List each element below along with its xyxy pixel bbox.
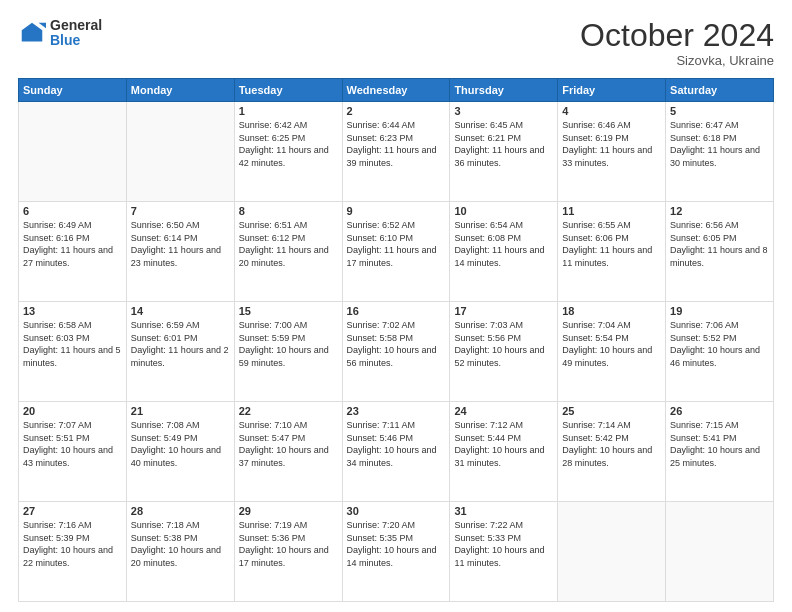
table-row: 21Sunrise: 7:08 AMSunset: 5:49 PMDayligh… — [126, 402, 234, 502]
day-number: 29 — [239, 505, 338, 517]
logo-blue: Blue — [50, 33, 102, 48]
day-info: Sunrise: 6:44 AMSunset: 6:23 PMDaylight:… — [347, 119, 446, 169]
table-row: 8Sunrise: 6:51 AMSunset: 6:12 PMDaylight… — [234, 202, 342, 302]
table-row: 9Sunrise: 6:52 AMSunset: 6:10 PMDaylight… — [342, 202, 450, 302]
day-number: 22 — [239, 405, 338, 417]
day-info: Sunrise: 6:49 AMSunset: 6:16 PMDaylight:… — [23, 219, 122, 269]
table-row — [558, 502, 666, 602]
day-number: 24 — [454, 405, 553, 417]
table-row: 14Sunrise: 6:59 AMSunset: 6:01 PMDayligh… — [126, 302, 234, 402]
day-number: 27 — [23, 505, 122, 517]
day-info: Sunrise: 7:11 AMSunset: 5:46 PMDaylight:… — [347, 419, 446, 469]
table-row: 18Sunrise: 7:04 AMSunset: 5:54 PMDayligh… — [558, 302, 666, 402]
table-row — [666, 502, 774, 602]
col-monday: Monday — [126, 79, 234, 102]
day-number: 9 — [347, 205, 446, 217]
day-number: 6 — [23, 205, 122, 217]
table-row: 12Sunrise: 6:56 AMSunset: 6:05 PMDayligh… — [666, 202, 774, 302]
day-number: 5 — [670, 105, 769, 117]
day-number: 15 — [239, 305, 338, 317]
day-info: Sunrise: 6:56 AMSunset: 6:05 PMDaylight:… — [670, 219, 769, 269]
header-row: Sunday Monday Tuesday Wednesday Thursday… — [19, 79, 774, 102]
table-row: 17Sunrise: 7:03 AMSunset: 5:56 PMDayligh… — [450, 302, 558, 402]
table-row: 10Sunrise: 6:54 AMSunset: 6:08 PMDayligh… — [450, 202, 558, 302]
col-wednesday: Wednesday — [342, 79, 450, 102]
day-info: Sunrise: 6:46 AMSunset: 6:19 PMDaylight:… — [562, 119, 661, 169]
day-number: 30 — [347, 505, 446, 517]
col-friday: Friday — [558, 79, 666, 102]
day-number: 21 — [131, 405, 230, 417]
table-row: 6Sunrise: 6:49 AMSunset: 6:16 PMDaylight… — [19, 202, 127, 302]
table-row: 5Sunrise: 6:47 AMSunset: 6:18 PMDaylight… — [666, 102, 774, 202]
day-info: Sunrise: 7:19 AMSunset: 5:36 PMDaylight:… — [239, 519, 338, 569]
table-row: 30Sunrise: 7:20 AMSunset: 5:35 PMDayligh… — [342, 502, 450, 602]
logo-text: General Blue — [50, 18, 102, 49]
day-number: 10 — [454, 205, 553, 217]
col-saturday: Saturday — [666, 79, 774, 102]
table-row: 19Sunrise: 7:06 AMSunset: 5:52 PMDayligh… — [666, 302, 774, 402]
col-thursday: Thursday — [450, 79, 558, 102]
day-info: Sunrise: 7:14 AMSunset: 5:42 PMDaylight:… — [562, 419, 661, 469]
location-subtitle: Sizovka, Ukraine — [580, 53, 774, 68]
day-info: Sunrise: 7:20 AMSunset: 5:35 PMDaylight:… — [347, 519, 446, 569]
day-info: Sunrise: 7:16 AMSunset: 5:39 PMDaylight:… — [23, 519, 122, 569]
table-row: 29Sunrise: 7:19 AMSunset: 5:36 PMDayligh… — [234, 502, 342, 602]
day-info: Sunrise: 7:22 AMSunset: 5:33 PMDaylight:… — [454, 519, 553, 569]
day-info: Sunrise: 6:42 AMSunset: 6:25 PMDaylight:… — [239, 119, 338, 169]
table-row: 27Sunrise: 7:16 AMSunset: 5:39 PMDayligh… — [19, 502, 127, 602]
day-info: Sunrise: 7:02 AMSunset: 5:58 PMDaylight:… — [347, 319, 446, 369]
table-row — [126, 102, 234, 202]
day-info: Sunrise: 6:59 AMSunset: 6:01 PMDaylight:… — [131, 319, 230, 369]
day-info: Sunrise: 7:18 AMSunset: 5:38 PMDaylight:… — [131, 519, 230, 569]
day-number: 23 — [347, 405, 446, 417]
day-info: Sunrise: 6:52 AMSunset: 6:10 PMDaylight:… — [347, 219, 446, 269]
day-number: 3 — [454, 105, 553, 117]
day-number: 25 — [562, 405, 661, 417]
day-info: Sunrise: 6:47 AMSunset: 6:18 PMDaylight:… — [670, 119, 769, 169]
day-number: 26 — [670, 405, 769, 417]
day-number: 2 — [347, 105, 446, 117]
title-block: October 2024 Sizovka, Ukraine — [580, 18, 774, 68]
day-info: Sunrise: 6:50 AMSunset: 6:14 PMDaylight:… — [131, 219, 230, 269]
day-info: Sunrise: 6:45 AMSunset: 6:21 PMDaylight:… — [454, 119, 553, 169]
day-number: 8 — [239, 205, 338, 217]
day-number: 19 — [670, 305, 769, 317]
day-info: Sunrise: 7:12 AMSunset: 5:44 PMDaylight:… — [454, 419, 553, 469]
day-number: 28 — [131, 505, 230, 517]
day-info: Sunrise: 7:06 AMSunset: 5:52 PMDaylight:… — [670, 319, 769, 369]
day-number: 12 — [670, 205, 769, 217]
day-number: 1 — [239, 105, 338, 117]
col-sunday: Sunday — [19, 79, 127, 102]
week-row-1: 1Sunrise: 6:42 AMSunset: 6:25 PMDaylight… — [19, 102, 774, 202]
day-number: 4 — [562, 105, 661, 117]
week-row-5: 27Sunrise: 7:16 AMSunset: 5:39 PMDayligh… — [19, 502, 774, 602]
day-info: Sunrise: 7:15 AMSunset: 5:41 PMDaylight:… — [670, 419, 769, 469]
table-row: 2Sunrise: 6:44 AMSunset: 6:23 PMDaylight… — [342, 102, 450, 202]
day-info: Sunrise: 6:58 AMSunset: 6:03 PMDaylight:… — [23, 319, 122, 369]
week-row-3: 13Sunrise: 6:58 AMSunset: 6:03 PMDayligh… — [19, 302, 774, 402]
svg-marker-1 — [39, 23, 46, 29]
day-info: Sunrise: 7:00 AMSunset: 5:59 PMDaylight:… — [239, 319, 338, 369]
logo: General Blue — [18, 18, 102, 49]
logo-general: General — [50, 18, 102, 33]
table-row — [19, 102, 127, 202]
calendar-table: Sunday Monday Tuesday Wednesday Thursday… — [18, 78, 774, 602]
header: General Blue October 2024 Sizovka, Ukrai… — [18, 18, 774, 68]
table-row: 11Sunrise: 6:55 AMSunset: 6:06 PMDayligh… — [558, 202, 666, 302]
day-info: Sunrise: 6:54 AMSunset: 6:08 PMDaylight:… — [454, 219, 553, 269]
week-row-4: 20Sunrise: 7:07 AMSunset: 5:51 PMDayligh… — [19, 402, 774, 502]
table-row: 25Sunrise: 7:14 AMSunset: 5:42 PMDayligh… — [558, 402, 666, 502]
table-row: 31Sunrise: 7:22 AMSunset: 5:33 PMDayligh… — [450, 502, 558, 602]
table-row: 4Sunrise: 6:46 AMSunset: 6:19 PMDaylight… — [558, 102, 666, 202]
day-number: 11 — [562, 205, 661, 217]
table-row: 1Sunrise: 6:42 AMSunset: 6:25 PMDaylight… — [234, 102, 342, 202]
table-row: 13Sunrise: 6:58 AMSunset: 6:03 PMDayligh… — [19, 302, 127, 402]
table-row: 16Sunrise: 7:02 AMSunset: 5:58 PMDayligh… — [342, 302, 450, 402]
day-number: 7 — [131, 205, 230, 217]
day-info: Sunrise: 7:07 AMSunset: 5:51 PMDaylight:… — [23, 419, 122, 469]
svg-marker-0 — [22, 23, 43, 42]
day-info: Sunrise: 6:51 AMSunset: 6:12 PMDaylight:… — [239, 219, 338, 269]
week-row-2: 6Sunrise: 6:49 AMSunset: 6:16 PMDaylight… — [19, 202, 774, 302]
table-row: 3Sunrise: 6:45 AMSunset: 6:21 PMDaylight… — [450, 102, 558, 202]
day-info: Sunrise: 7:10 AMSunset: 5:47 PMDaylight:… — [239, 419, 338, 469]
